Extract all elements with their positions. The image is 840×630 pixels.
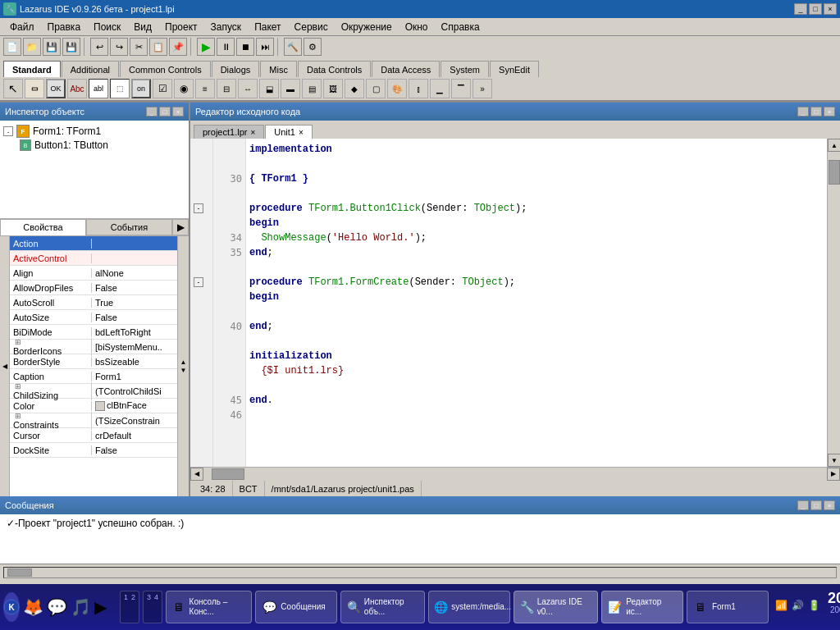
expand-icon-constraints[interactable]: ⊞ (13, 412, 23, 420)
select-icon[interactable]: ↖ (3, 79, 23, 98)
taskbar-start-button[interactable]: K (3, 592, 20, 622)
messages-minimize[interactable]: _ (797, 500, 809, 510)
image-icon[interactable]: 🖼 (323, 79, 343, 98)
code-content[interactable]: implementation { TForm1 } procedure TFor… (246, 139, 827, 467)
run-btn[interactable]: ▶ (197, 38, 215, 56)
prop-row-docksite[interactable]: DockSite False (10, 443, 177, 458)
cut-btn[interactable]: ✂ (130, 38, 148, 56)
tab-synedit[interactable]: SynEdit (490, 61, 539, 77)
open-btn[interactable]: 📁 (23, 38, 41, 56)
prop-row-activecontrol[interactable]: ActiveControl (10, 251, 177, 266)
fold-btn-10[interactable]: - (192, 275, 211, 290)
menu-file[interactable]: Файл (3, 20, 41, 34)
save-all-btn[interactable]: 💾 (62, 38, 80, 56)
undo-btn[interactable]: ↩ (90, 38, 108, 56)
checkbox-icon[interactable]: ☑ (153, 79, 172, 98)
memo-icon[interactable]: ⬚ (110, 79, 130, 98)
button-icon[interactable]: OK (46, 79, 66, 98)
more-icon[interactable]: » (472, 79, 492, 98)
compile-btn[interactable]: ⚙ (304, 38, 322, 56)
inspector-minimize[interactable]: _ (146, 107, 158, 116)
paint-icon[interactable]: 🎨 (387, 79, 407, 98)
tab-standard[interactable]: Standard (3, 61, 61, 77)
save-btn[interactable]: 💾 (43, 38, 61, 56)
radio-icon[interactable]: ◉ (174, 79, 194, 98)
taskbar-firefox[interactable]: 🦊 (23, 592, 43, 622)
prop-row-constraints[interactable]: ⊞Constraints (TSizeConstrain (10, 413, 177, 428)
fold-btn-5[interactable]: - (192, 201, 211, 216)
tab-properties[interactable]: Свойства (0, 219, 86, 235)
taskbar-app-console[interactable]: 🖥 Консоль – Конс... (166, 591, 252, 623)
pause-btn[interactable]: ⏸ (217, 38, 235, 56)
expand-icon-bordericons[interactable]: ⊞ (13, 338, 23, 346)
tab-system[interactable]: System (441, 61, 489, 77)
actionlist-icon[interactable]: ▤ (302, 79, 322, 98)
prop-row-cursor[interactable]: Cursor crDefault (10, 428, 177, 443)
menu-search[interactable]: Поиск (87, 20, 127, 34)
taskbar-clock-area[interactable]: 20:43 2009-11-07 (828, 591, 840, 623)
menu-help[interactable]: Справка (435, 20, 486, 34)
tab-project1-close[interactable]: × (250, 128, 255, 137)
props-nav-btn[interactable]: ▶ (172, 219, 189, 235)
messages-maximize[interactable]: □ (810, 500, 822, 510)
prop-row-autosize[interactable]: AutoSize False (10, 310, 177, 325)
hscroll-track[interactable] (203, 468, 827, 481)
shape-icon[interactable]: ◆ (345, 79, 364, 98)
tree-expand-form[interactable]: - (3, 126, 13, 136)
combobox-icon[interactable]: ⊟ (217, 79, 236, 98)
step-btn[interactable]: ⏭ (256, 38, 274, 56)
scroll-up-arrow[interactable]: ▲ (180, 358, 187, 366)
build-btn[interactable]: 🔨 (284, 38, 302, 56)
new-btn[interactable]: 📄 (3, 38, 21, 56)
tab-common-controls[interactable]: Common Controls (120, 61, 211, 77)
menu-window[interactable]: Окно (399, 20, 435, 34)
messages-scrollbar[interactable] (3, 567, 837, 578)
menu-package[interactable]: Пакет (248, 20, 287, 34)
prop-row-autoscroll[interactable]: AutoScroll True (10, 295, 177, 310)
vscroll-down[interactable]: ▼ (828, 454, 840, 467)
taskbar-pidgin[interactable]: 💬 (47, 592, 67, 622)
tab-additional[interactable]: Additional (62, 61, 119, 77)
scrollbar-icon[interactable]: ↔ (238, 79, 258, 98)
tab-unit1[interactable]: Unit1 × (265, 125, 313, 139)
toolbar-icon[interactable]: ▔ (451, 79, 471, 98)
editor-minimize[interactable]: _ (797, 107, 809, 116)
taskbar-row-button-12[interactable]: 1 2 (120, 591, 139, 623)
close-button[interactable]: × (824, 3, 837, 15)
tray-volume-icon[interactable]: 🔊 (792, 600, 805, 613)
prop-row-align[interactable]: Align alNone (10, 266, 177, 281)
props-left-arrow[interactable]: ◀ (0, 236, 10, 496)
tab-data-controls[interactable]: Data Controls (298, 61, 371, 77)
taskbar-app-editor[interactable]: 📝 Редактор ис... (601, 591, 683, 623)
prop-row-allowdropfiles[interactable]: AllowDropFiles False (10, 281, 177, 295)
tab-dialogs[interactable]: Dialogs (212, 61, 260, 77)
tree-item-button[interactable]: B Button1: TButton (3, 139, 185, 152)
prop-row-action[interactable]: Action (10, 236, 177, 251)
menu-service[interactable]: Сервис (288, 20, 335, 34)
menu-view[interactable]: Вид (127, 20, 158, 34)
tab-unit1-close[interactable]: × (299, 128, 304, 137)
panel-icon[interactable]: ▬ (281, 79, 300, 98)
inspector-close[interactable]: × (172, 107, 184, 116)
tree-item-form[interactable]: - F Form1: TForm1 (3, 124, 185, 139)
hscroll-left[interactable]: ◀ (190, 468, 203, 481)
tab-misc[interactable]: Misc (260, 61, 297, 77)
taskbar-row-button-34[interactable]: 3 4 (143, 591, 162, 623)
taskbar-media[interactable]: ▶ (94, 592, 107, 622)
minimize-button[interactable]: _ (794, 3, 807, 15)
hscroll-right[interactable]: ▶ (827, 468, 840, 481)
listbox-icon[interactable]: ≡ (195, 79, 215, 98)
editor-vscrollbar[interactable]: ▲ ▼ (827, 139, 840, 467)
bevel-icon[interactable]: ▢ (366, 79, 386, 98)
taskbar-app-lazarus[interactable]: 🔧 Lazarus IDE v0... (514, 591, 598, 623)
fold-icon-5[interactable]: - (194, 203, 203, 213)
taskbar-app-form1[interactable]: 🖥 Form1 (687, 591, 769, 623)
menu-edit[interactable]: Правка (41, 20, 88, 34)
menu-environment[interactable]: Окружение (335, 20, 399, 34)
groupbox-icon[interactable]: ⬓ (259, 79, 279, 98)
expand-icon-childsizing[interactable]: ⊞ (13, 382, 23, 390)
scroll-down-arrow[interactable]: ▼ (180, 367, 187, 374)
edit-icon[interactable]: abl (89, 79, 108, 98)
prop-row-childsizing[interactable]: ⊞ChildSizing (TControlChildSi (10, 384, 177, 399)
vscroll-up[interactable]: ▲ (828, 139, 840, 152)
